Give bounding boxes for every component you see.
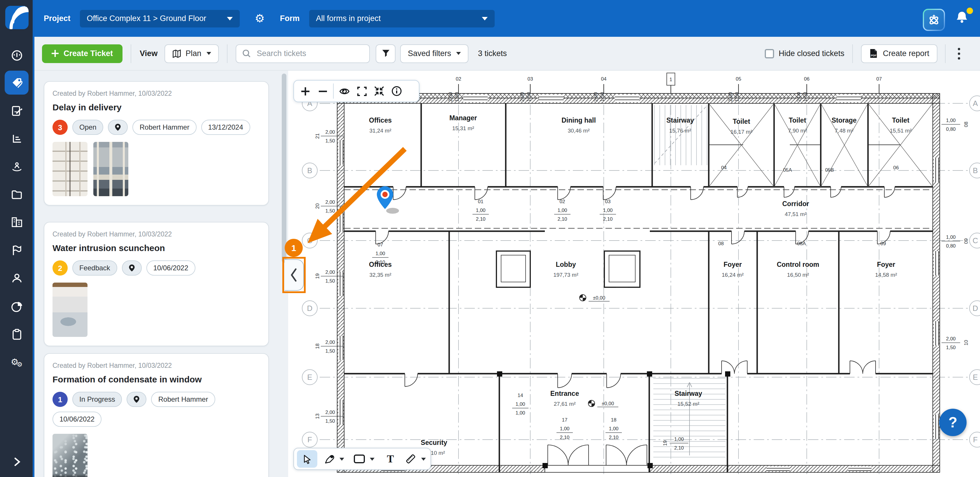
shape-tool-dropdown[interactable] xyxy=(368,450,377,467)
create-report-button[interactable]: PDF Create report xyxy=(861,44,937,63)
svg-text:C: C xyxy=(973,236,978,245)
sidebar-item-site-presence[interactable] xyxy=(5,155,29,179)
sidebar-item-statistics[interactable] xyxy=(5,127,29,151)
map-pin-icon xyxy=(115,123,122,131)
saved-filters-button[interactable]: Saved filters xyxy=(400,44,469,63)
document-edit-icon xyxy=(10,104,23,117)
sidebar-expand-button[interactable] xyxy=(5,450,29,474)
svg-text:Manager: Manager xyxy=(449,114,477,122)
sidebar-item-projects[interactable] xyxy=(5,210,29,234)
svg-text:31,24 m²: 31,24 m² xyxy=(369,128,391,134)
pen-tool-dropdown[interactable] xyxy=(338,450,346,467)
svg-text:Toilet: Toilet xyxy=(789,116,806,124)
sidebar-item-plans[interactable] xyxy=(5,99,29,123)
svg-text:0,80: 0,80 xyxy=(946,243,956,249)
svg-text:Toilet: Toilet xyxy=(892,116,909,124)
floor-plan-viewport[interactable]: A B C D E F A B C D E F 02 03 04 1 05 06… xyxy=(288,70,980,477)
hide-closed-checkbox[interactable] xyxy=(765,49,774,58)
due-date-badge: 10/06/2022 xyxy=(146,260,195,276)
visibility-button[interactable] xyxy=(336,82,353,100)
svg-text:2,00: 2,00 xyxy=(519,92,525,102)
measure-tool-button[interactable] xyxy=(403,450,418,467)
project-settings-gear-icon[interactable]: ⚙ xyxy=(255,13,265,24)
ticket-photo[interactable] xyxy=(52,434,88,477)
ticket-location-pin[interactable] xyxy=(373,185,400,218)
sidebar-item-reports[interactable] xyxy=(5,294,29,318)
more-options-button[interactable] xyxy=(953,44,965,63)
svg-text:2,10: 2,10 xyxy=(560,435,570,440)
svg-text:17: 17 xyxy=(562,417,568,423)
text-tool-button[interactable]: T xyxy=(382,450,398,467)
svg-text:1,50: 1,50 xyxy=(325,208,335,214)
svg-text:Corridor: Corridor xyxy=(782,200,809,207)
ticket-card[interactable]: Created by Robert Hammer, 10/03/2022 For… xyxy=(44,353,269,477)
ticket-photo[interactable] xyxy=(93,142,128,196)
svg-text:10: 10 xyxy=(963,340,969,346)
sidebar-item-contacts[interactable] xyxy=(5,266,29,290)
svg-text:Stairway: Stairway xyxy=(675,390,702,397)
scrollbar-thumb[interactable] xyxy=(282,73,286,263)
ticket-count: 3 tickets xyxy=(478,49,507,58)
plan-dimensions: 2,001,5021 2,001,5020 2,001,5019 2,001,5… xyxy=(315,118,969,451)
svg-text:Foyer: Foyer xyxy=(877,261,896,268)
sidebar-item-dashboard[interactable] xyxy=(5,43,29,67)
form-selector[interactable]: All forms in project xyxy=(309,10,495,27)
ticket-list-panel: Created by Robert Hammer, 10/03/2022 Del… xyxy=(34,70,280,477)
select-tool-button[interactable] xyxy=(297,450,318,467)
project-selector[interactable]: Office Complex 11 > Ground Floor xyxy=(80,10,240,27)
filter-button[interactable] xyxy=(375,44,396,63)
ticket-card[interactable]: Created by Robert Hammer, 10/03/2022 Wat… xyxy=(44,222,269,346)
svg-text:09: 09 xyxy=(963,238,969,244)
shape-tool-button[interactable] xyxy=(352,450,367,467)
svg-text:Control room: Control room xyxy=(777,261,819,268)
svg-text:1,00: 1,00 xyxy=(375,251,385,256)
pdf-report-icon: PDF xyxy=(869,48,878,58)
svg-text:32,35 m²: 32,35 m² xyxy=(369,272,391,278)
zoom-in-button[interactable] xyxy=(296,82,314,100)
chevron-down-icon xyxy=(421,458,426,460)
search-tickets[interactable] xyxy=(235,44,370,63)
svg-text:197,73 m²: 197,73 m² xyxy=(553,272,578,278)
svg-text:2,00: 2,00 xyxy=(325,199,335,205)
search-input[interactable] xyxy=(256,48,363,58)
app-logo[interactable] xyxy=(5,6,29,29)
view-selector-plan[interactable]: Plan xyxy=(164,44,219,63)
svg-text:E: E xyxy=(307,373,312,381)
info-button[interactable] xyxy=(388,82,406,100)
svg-text:2,10: 2,10 xyxy=(476,216,485,222)
sidebar-item-tasks[interactable] xyxy=(5,322,29,346)
create-ticket-button[interactable]: Create Ticket xyxy=(42,44,122,63)
zoom-out-button[interactable] xyxy=(314,82,331,100)
floor-plan[interactable]: A B C D E F A B C D E F 02 03 04 1 05 06… xyxy=(288,70,980,477)
svg-text:Storage: Storage xyxy=(832,116,857,124)
clipboard-icon xyxy=(10,328,23,341)
ticket-card[interactable]: Created by Robert Hammer, 10/03/2022 Del… xyxy=(44,81,269,206)
sidebar-item-settings[interactable]: ⚙⚙ xyxy=(5,350,29,374)
svg-text:09: 09 xyxy=(881,241,886,246)
chevron-down-icon xyxy=(227,17,233,20)
ai-assistant-icon xyxy=(928,13,940,26)
sidebar-item-documents[interactable] xyxy=(5,182,29,206)
fullscreen-button[interactable] xyxy=(353,82,371,100)
sidebar-item-tickets[interactable] xyxy=(5,71,29,94)
notifications-button[interactable] xyxy=(954,10,972,28)
svg-text:7,48 m²: 7,48 m² xyxy=(835,128,853,134)
svg-text:Stairway: Stairway xyxy=(667,116,694,124)
status-badge: Feedback xyxy=(72,260,117,276)
svg-text:20: 20 xyxy=(315,203,320,209)
ai-assistant-button[interactable] xyxy=(923,9,945,31)
ticket-photo[interactable] xyxy=(52,142,88,196)
svg-text:03: 03 xyxy=(605,199,611,204)
svg-text:13: 13 xyxy=(315,414,320,419)
svg-text:05B: 05B xyxy=(825,167,834,173)
svg-text:05: 05 xyxy=(736,76,741,82)
svg-text:02: 02 xyxy=(456,76,461,82)
fit-to-screen-button[interactable] xyxy=(371,82,388,100)
help-button[interactable]: ? xyxy=(939,409,967,436)
ticket-photo[interactable] xyxy=(52,282,88,337)
measure-tool-dropdown[interactable] xyxy=(419,450,428,467)
pen-tool-button[interactable] xyxy=(322,450,337,467)
gears-icon: ⚙⚙ xyxy=(11,357,23,367)
svg-text:Toilet: Toilet xyxy=(733,118,750,125)
sidebar-item-flags[interactable] xyxy=(5,238,29,262)
